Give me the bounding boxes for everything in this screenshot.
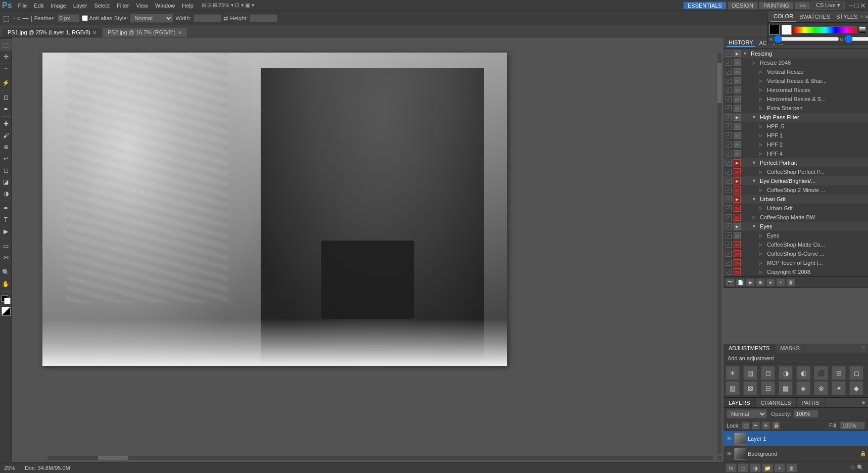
tool-zoom[interactable]: 🔍	[1, 267, 12, 278]
history-item-9[interactable]: ✓▷▷HPF .5	[724, 122, 868, 131]
color-g-slider[interactable]	[845, 37, 868, 41]
workspace-design-btn[interactable]: DESIGN	[728, 2, 758, 10]
adjustments-tab[interactable]: ADJUSTMENTS	[724, 344, 775, 353]
history-check-6[interactable]: ✓	[726, 96, 732, 102]
history-item-17[interactable]: ✓▶▼Urban Grit	[724, 195, 868, 204]
menu-image[interactable]: Image	[47, 2, 69, 10]
style-select[interactable]: Normal Fixed Ratio Fixed Size	[130, 14, 173, 23]
doc-tab-ps2-close[interactable]: ✕	[178, 30, 182, 35]
layer-fx-btn[interactable]: fx	[726, 463, 737, 472]
history-check-3[interactable]: ✓	[726, 69, 732, 75]
masks-tab[interactable]: MASKS	[775, 344, 805, 353]
history-check-21[interactable]: ✓	[726, 232, 732, 239]
adj-icon-3[interactable]: ◑	[779, 366, 793, 380]
history-expand-17[interactable]: ▼	[752, 197, 758, 202]
history-check-23[interactable]: ✓	[726, 251, 732, 257]
history-record-btn[interactable]: ●	[766, 278, 775, 287]
layer-eye-1[interactable]: 👁	[726, 435, 733, 442]
color-panel-tab[interactable]: COLOR	[770, 11, 796, 22]
opacity-input[interactable]	[793, 410, 818, 418]
history-check-18[interactable]: ✓	[726, 205, 732, 211]
history-item-1[interactable]: ✓▶▼Resizing	[724, 49, 868, 58]
canvas-area[interactable]	[12, 37, 724, 462]
layer-eye-2[interactable]: 👁	[726, 450, 733, 457]
history-play-btn[interactable]: ▶	[746, 278, 755, 287]
layer-item-1[interactable]: 👁Layer 1	[724, 431, 868, 446]
swatches-tab[interactable]: SWATCHES	[796, 12, 833, 22]
adj-icon-1[interactable]: ▤	[743, 366, 757, 380]
color-spectrum[interactable]	[794, 26, 857, 33]
menu-layer[interactable]: Layer	[70, 2, 90, 10]
adj-icon-13[interactable]: ⊗	[814, 381, 828, 395]
color-menu-btn[interactable]: ≡	[860, 14, 863, 20]
history-item-10[interactable]: ✓▷▷HPF 1	[724, 131, 868, 140]
adj-menu-btn[interactable]: ≡	[859, 344, 868, 353]
history-check-4[interactable]: ✓	[726, 78, 732, 84]
fg-color-swatch[interactable]	[769, 25, 780, 35]
window-minimize-btn[interactable]: ─	[849, 2, 854, 10]
history-item-8[interactable]: ✓▶▼High Pass Filter	[724, 113, 868, 122]
layer-new-btn[interactable]: +	[774, 463, 785, 472]
history-item-14[interactable]: ✓▷▷CoffeeShop Perfect P...	[724, 167, 868, 176]
lock-image-btn[interactable]: ✒	[752, 421, 760, 430]
adj-icon-15[interactable]: ◆	[849, 381, 863, 395]
layer-mask-btn[interactable]: ◻	[738, 463, 749, 472]
tool-notes[interactable]: ✉	[1, 252, 12, 263]
history-list[interactable]: ✓▶▼Resizing✓▷▷Resize 2048✓▷▷Vertical Res…	[724, 49, 868, 276]
color-expand-btn[interactable]: ✕	[864, 14, 868, 20]
width-input[interactable]	[194, 14, 221, 22]
doc-tab-ps1[interactable]: PS1.jpg @ 25% (Layer 1, RGB/8) ✕	[2, 27, 102, 37]
history-check-13[interactable]: ✓	[726, 160, 732, 166]
color-swatches[interactable]	[2, 295, 11, 304]
color-brightness[interactable]	[859, 26, 866, 33]
doc-tab-ps2[interactable]: PS2.jpg @ 16.7% (RGB/8*) ✕	[102, 27, 187, 37]
history-item-11[interactable]: ✓▷▷HPF 2	[724, 140, 868, 149]
tool-hand[interactable]: ✋	[1, 278, 12, 290]
history-item-6[interactable]: ✓▷▷Horizontal Resize & S...	[724, 94, 868, 104]
history-new-snapshot-btn[interactable]: 📷	[726, 278, 735, 287]
tool-clone[interactable]: ⊕	[1, 141, 12, 153]
adj-icon-4[interactable]: ◐	[796, 366, 810, 380]
canvas-vscroll[interactable]	[717, 53, 721, 454]
tool-history-brush[interactable]: ↩	[1, 153, 12, 164]
history-check-5[interactable]: ✓	[726, 87, 732, 93]
history-check-2[interactable]: ✓	[726, 60, 732, 66]
feather-input[interactable]	[57, 14, 80, 22]
history-item-7[interactable]: ✓▷▷Extra Sharpen	[724, 104, 868, 113]
adj-icon-6[interactable]: ⊞	[832, 366, 846, 380]
history-check-11[interactable]: ✓	[726, 141, 732, 148]
adj-icon-12[interactable]: ◈	[796, 381, 810, 395]
history-expand-13[interactable]: ▼	[752, 160, 758, 165]
paths-tab[interactable]: PATHS	[797, 398, 825, 407]
history-expand-1[interactable]: ▼	[743, 51, 749, 56]
adj-icon-2[interactable]: ⊡	[761, 366, 775, 380]
tool-type[interactable]: T	[1, 214, 12, 225]
fill-input[interactable]	[840, 421, 865, 430]
history-delete-btn[interactable]: 🗑	[786, 278, 795, 287]
adj-icon-10[interactable]: ⊟	[761, 381, 775, 395]
workspace-more-btn[interactable]: >>	[795, 2, 810, 10]
workspace-painting-btn[interactable]: PAINTING	[759, 2, 794, 10]
layer-blend-mode-select[interactable]: Normal Multiply Screen	[727, 409, 767, 418]
workspace-essentials-btn[interactable]: ESSENTIALS	[683, 2, 727, 10]
history-item-4[interactable]: ✓▷▷Vertical Resize & Shar...	[724, 76, 868, 85]
window-close-btn[interactable]: ✕	[860, 2, 866, 10]
adj-icon-7[interactable]: ◻	[849, 366, 863, 380]
tool-heal[interactable]: ✚	[1, 118, 12, 129]
anti-alias-checkbox[interactable]	[82, 15, 88, 21]
history-expand-15[interactable]: ▼	[752, 178, 758, 183]
history-check-1[interactable]: ✓	[726, 51, 732, 57]
history-expand-8[interactable]: ▼	[752, 115, 758, 120]
tool-lasso[interactable]: ⌒	[1, 66, 12, 77]
tool-gradient[interactable]: ◪	[1, 176, 12, 187]
history-check-16[interactable]: ✓	[726, 187, 732, 193]
history-item-16[interactable]: ✓▷▷CoffeeShop 2 Minute ...	[724, 185, 868, 195]
window-maximize-btn[interactable]: □	[855, 2, 859, 10]
doc-tab-ps1-close[interactable]: ✕	[92, 30, 97, 35]
history-stop-btn[interactable]: ■	[756, 278, 765, 287]
history-item-23[interactable]: ✓▷▷CoffeeShop S-Curve ...	[724, 249, 868, 258]
menu-edit[interactable]: Edit	[31, 2, 46, 10]
tool-eraser[interactable]: ◻	[1, 165, 12, 176]
history-item-15[interactable]: ✓▶▼Eye Define/Brighten/...	[724, 176, 868, 185]
history-check-12[interactable]: ✓	[726, 151, 732, 157]
